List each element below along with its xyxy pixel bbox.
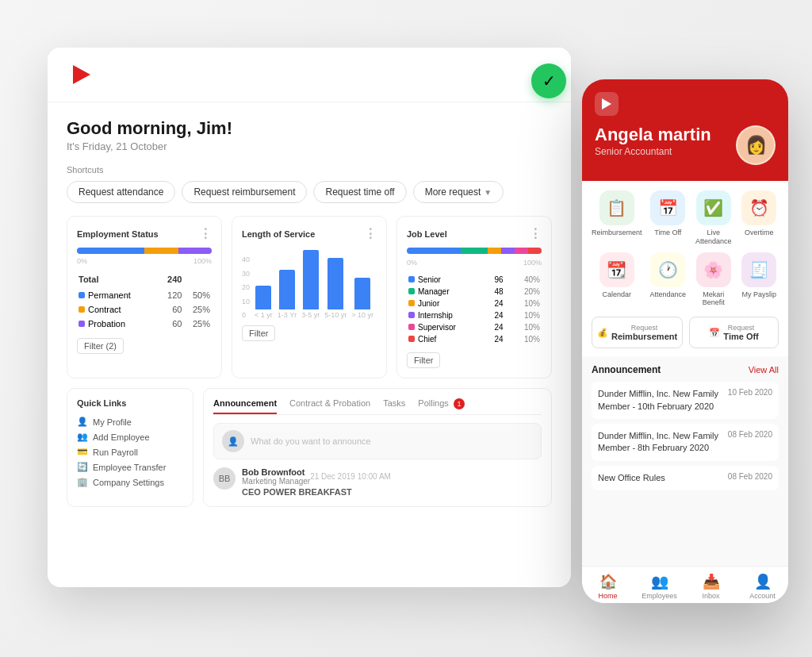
- transfer-icon: 🔄: [77, 462, 88, 472]
- announcement-post: BB Bob Brownfoot Marketing Manager 21 De…: [213, 467, 542, 497]
- quick-links-title: Quick Links: [77, 398, 183, 408]
- employment-status-menu-icon[interactable]: ⋮: [199, 226, 212, 241]
- chat-bubble-decoration: ✓: [531, 63, 566, 98]
- shortcuts-label: Shortcuts: [67, 165, 552, 175]
- live-attendance-icon-bg: ✅: [696, 190, 731, 225]
- quick-links-card: Quick Links 👤 My Profile 👥 Add Employee …: [67, 388, 193, 507]
- icon-attendance[interactable]: 🕐 Attendance: [649, 252, 688, 308]
- bar-10plus: > 10 yr: [351, 278, 373, 319]
- nav-employees[interactable]: 👥 Employees: [634, 573, 685, 600]
- jl-filter-button[interactable]: Filter: [407, 352, 440, 368]
- inbox-icon: 📥: [703, 573, 720, 590]
- announcement-item-3: New Office Rules 08 Feb 2020: [592, 466, 779, 490]
- icon-live-attendance[interactable]: ✅ Live Attendance: [694, 190, 733, 246]
- los-menu-icon[interactable]: ⋮: [364, 226, 377, 241]
- mobile-user-avatar: 👩: [736, 125, 776, 165]
- nav-home[interactable]: 🏠 Home: [582, 573, 634, 600]
- mobile-announcement-header: Announcement View All: [592, 364, 779, 375]
- payroll-icon: 💳: [77, 447, 88, 457]
- bar-segment: [279, 270, 295, 309]
- nav-account[interactable]: 👤 Account: [737, 573, 788, 600]
- request-reimbursement-btn[interactable]: 💰 Request Reimbursement: [592, 317, 683, 348]
- mobile-app-card: Angela martin Senior Accountant 👩 📋 Reim…: [582, 79, 788, 603]
- shortcut-more[interactable]: More request ▼: [413, 181, 504, 203]
- employees-icon: 👥: [651, 573, 668, 590]
- los-filter-button[interactable]: Filter: [242, 325, 275, 341]
- shortcut-attendance[interactable]: Request attendance: [67, 181, 175, 203]
- user-avatar-small: 👤: [222, 430, 244, 452]
- tab-tasks[interactable]: Tasks: [383, 398, 405, 414]
- greeting-subtitle: It's Friday, 21 October: [67, 140, 552, 152]
- tab-announcement[interactable]: Announcement: [213, 398, 277, 414]
- los-header: Length of Service ⋮: [242, 226, 377, 241]
- tab-pollings[interactable]: Pollings 1: [418, 398, 465, 414]
- quick-link-add-employee[interactable]: 👥 Add Employee: [77, 429, 183, 444]
- request-time-off-btn[interactable]: 📅 Request Time Off: [689, 317, 779, 348]
- employment-status-header: Employment Status ⋮: [77, 226, 212, 241]
- time-off-icon-bg: 📅: [650, 190, 685, 225]
- icon-time-off[interactable]: 📅 Time Off: [649, 190, 688, 246]
- employment-progress-bar: [77, 248, 212, 254]
- shortcuts-row: Request attendance Request reimbursement…: [67, 181, 552, 203]
- bar-segment: [354, 278, 370, 309]
- bar-segment: [255, 286, 271, 309]
- icon-mekari-benefit[interactable]: 🌸 Mekari Benefit: [694, 252, 733, 308]
- profile-icon: 👤: [77, 417, 88, 427]
- bar-segment: [303, 250, 319, 309]
- icon-reimbursement[interactable]: 📋 Reimbursement: [592, 190, 642, 246]
- icon-overtime[interactable]: ⏰ Overtime: [740, 190, 779, 246]
- job-level-bar: [407, 248, 542, 254]
- attendance-icon-bg: 🕐: [650, 252, 685, 287]
- bar-1yr: < 1 yr: [255, 286, 273, 319]
- bar-3yr: 1-3 Yr: [278, 270, 297, 319]
- quick-link-run-payroll[interactable]: 💳 Run Payroll: [77, 444, 183, 459]
- icon-calendar[interactable]: 📆 Calendar: [592, 252, 642, 308]
- icon-my-payslip[interactable]: 🧾 My Payslip: [740, 252, 779, 308]
- mobile-icon-grid: 📋 Reimbursement 📅 Time Off ✅ Live Attend…: [582, 181, 788, 317]
- employment-filter-button[interactable]: Filter (2): [77, 338, 124, 354]
- stats-row: Employment Status ⋮ 0% 100% Total 240: [67, 216, 552, 378]
- progress-seg-contract: [144, 248, 178, 254]
- total-label: Total: [79, 273, 158, 287]
- progress-seg-permanent: [77, 248, 144, 254]
- y-axis-labels: 010203040: [242, 256, 250, 319]
- mobile-user-name: Angela martin: [595, 125, 711, 144]
- greeting-section: Good morning, Jim! It's Friday, 21 Octob…: [67, 118, 552, 152]
- shortcut-time-off[interactable]: Request time off: [313, 181, 406, 203]
- mobile-action-buttons: 💰 Request Reimbursement 📅 Request Time O…: [582, 317, 788, 356]
- job-level-table: Senior 96 40% Manager 48 20% Junior 24 1…: [407, 273, 542, 346]
- mobile-logo: [595, 92, 619, 116]
- total-value: 240: [159, 273, 182, 287]
- mobile-header: Angela martin Senior Accountant 👩: [582, 79, 788, 181]
- mobile-user-title: Senior Accountant: [595, 146, 711, 157]
- calendar-icon-bg: 📆: [599, 252, 634, 287]
- nav-inbox[interactable]: 📥 Inbox: [685, 573, 737, 600]
- quick-link-employee-transfer[interactable]: 🔄 Employee Transfer: [77, 459, 183, 474]
- jl-header: Job Level ⋮: [407, 226, 542, 241]
- tab-contract[interactable]: Contract & Probation: [289, 398, 370, 414]
- announcement-input[interactable]: 👤 What do you want to announce: [213, 423, 542, 459]
- mobile-user-row: Angela martin Senior Accountant 👩: [595, 125, 776, 165]
- more-arrow-icon: ▼: [484, 188, 492, 197]
- shortcut-reimbursement[interactable]: Request reimbursement: [182, 181, 307, 203]
- svg-marker-0: [73, 65, 90, 84]
- quick-link-company-settings[interactable]: 🏢 Company Settings: [77, 474, 183, 490]
- quick-link-profile[interactable]: 👤 My Profile: [77, 414, 183, 429]
- mobile-bottom-nav: 🏠 Home 👥 Employees 📥 Inbox 👤 Account: [582, 566, 788, 603]
- job-level-card: Job Level ⋮ 0% 100% Senior: [396, 216, 552, 378]
- jl-menu-icon[interactable]: ⋮: [529, 226, 542, 241]
- reimbursement-btn-icon: 💰: [597, 328, 608, 338]
- announcement-tabs: Announcement Contract & Probation Tasks …: [213, 398, 542, 415]
- mobile-logo-icon: [599, 97, 614, 111]
- bottom-row: Quick Links 👤 My Profile 👥 Add Employee …: [67, 388, 552, 507]
- account-icon: 👤: [754, 573, 772, 590]
- length-of-service-card: Length of Service ⋮ 010203040 < 1 yr: [232, 216, 387, 378]
- announcement-card: Announcement Contract & Probation Tasks …: [203, 388, 552, 507]
- desktop-app-card: Good morning, Jim! It's Friday, 21 Octob…: [48, 48, 571, 587]
- view-all-link[interactable]: View All: [749, 365, 779, 375]
- mobile-content: Announcement View All Dunder Mifflin, In…: [582, 356, 788, 566]
- mekari-benefit-icon-bg: 🌸: [696, 252, 731, 287]
- desktop-header: [48, 48, 571, 102]
- desktop-logo-icon: [67, 60, 95, 89]
- bar-10yr: 5-10 yr: [324, 258, 347, 319]
